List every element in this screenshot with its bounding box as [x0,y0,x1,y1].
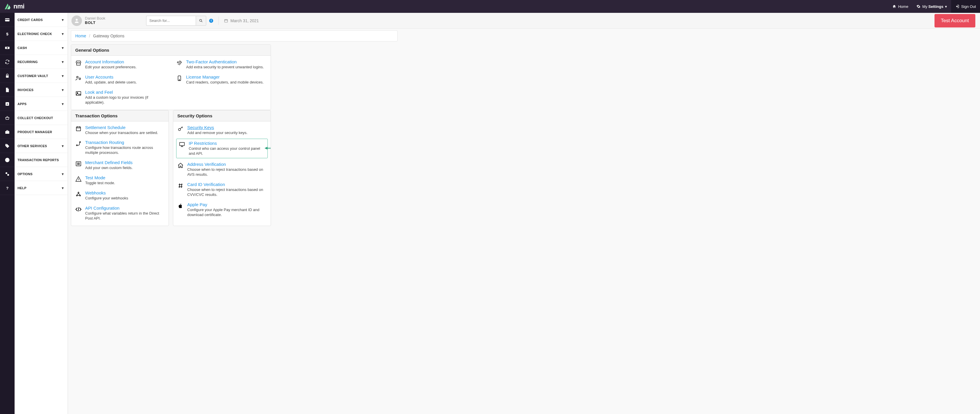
sidebar-item-vault[interactable]: CUSTOMER VAULT▾ [14,69,68,83]
option-title[interactable]: Address Verification [187,162,267,167]
sidebar-item-creditcards[interactable]: CREDIT CARDS▾ [14,13,68,27]
sidebar-item-options[interactable]: OPTIONS▾ [14,167,68,181]
rail-recurring[interactable] [0,55,14,69]
option-account-info[interactable]: Account InformationEdit your account pre… [74,58,167,71]
rail-otherservices[interactable] [0,139,14,153]
option-title[interactable]: IP Restrictions [189,141,266,146]
option-title[interactable]: Apple Pay [187,202,267,207]
option-apiconfig[interactable]: API ConfigurationConfigure what variable… [74,205,165,222]
pie-chart-icon [5,157,10,163]
option-desc: Control who can access your control pane… [189,146,266,156]
option-look-and-feel[interactable]: Look and FeelAdd a custom logo to your i… [74,88,167,106]
info-badge[interactable]: i [209,19,213,23]
option-title[interactable]: Merchant Defined Fields [85,160,165,165]
option-title[interactable]: API Configuration [85,206,165,211]
nav-home-label: Home [898,4,908,9]
chevron-down-icon: ▾ [945,4,947,9]
rail-invoices[interactable] [0,83,14,97]
nav-settings[interactable]: My Settings ▾ [912,0,951,13]
rail-vault[interactable] [0,69,14,83]
sidebar-item-invoices[interactable]: INVOICES▾ [14,83,68,97]
brand-logo[interactable]: nmi [3,2,24,11]
option-desc: Configure what variables return in the D… [85,211,165,221]
rail-checkout[interactable] [0,111,14,125]
option-title[interactable]: Security Keys [187,125,267,130]
dollar-icon: $ [5,31,10,37]
sidebar-item-recurring[interactable]: RECURRING▾ [14,55,68,69]
apps-icon: A [5,101,10,107]
sidebar-item-reports[interactable]: TRANSACTION REPORTS▾ [14,153,68,167]
sidebar-item-label: INVOICES [18,88,33,92]
svg-point-16 [77,76,78,78]
rail-help[interactable]: ? [0,181,14,195]
svg-text:?: ? [6,186,8,190]
sidebar-item-otherservices[interactable]: OTHER SERVICES▾ [14,139,68,153]
svg-text:$: $ [6,32,8,36]
avatar[interactable] [72,16,82,26]
option-settlement[interactable]: Settlement ScheduleChoose when your tran… [74,124,165,137]
panel-general-options: General Options Account InformationEdit … [71,45,271,110]
rail-options[interactable] [0,167,14,181]
search-icon [199,19,203,23]
home-icon [892,4,896,8]
option-2fa[interactable]: Two-Factor AuthenticationAdd extra secur… [175,58,268,71]
chevron-down-icon: ▾ [62,144,64,148]
sidebar-item-label: CUSTOMER VAULT [18,74,48,78]
sidebar-item-checkout[interactable]: COLLECT CHECKOUT▾ [14,111,68,125]
option-title[interactable]: Account Information [85,59,166,64]
briefcase-icon [5,129,10,134]
option-cvv[interactable]: Card ID VerificationChoose when to rejec… [176,181,268,198]
option-webhooks[interactable]: WebhooksConfigure your webhooks [74,189,165,202]
option-ip-restrictions[interactable]: IP RestrictionsControl who can access yo… [176,139,268,158]
sidebar-item-cash[interactable]: CASH▾ [14,41,68,55]
option-title[interactable]: Look and Feel [85,90,166,94]
option-routing[interactable]: Transaction RoutingConfigure how transac… [74,139,165,157]
sidebar-item-help[interactable]: HELP▾ [14,181,68,195]
rail-reports[interactable] [0,153,14,167]
credit-card-icon [5,17,10,22]
option-license[interactable]: License ManagerCard readers, computers, … [175,73,268,86]
rail-echeck[interactable]: $ [0,27,14,41]
option-title[interactable]: Two-Factor Authentication [186,59,267,64]
option-title[interactable]: Card ID Verification [187,182,267,187]
sidebar-item-apps[interactable]: APPS▾ [14,97,68,111]
option-mdf[interactable]: Merchant Defined FieldsAdd your own cust… [74,159,165,172]
option-avs[interactable]: Address VerificationChoose when to rejec… [176,161,268,178]
nav-signout[interactable]: Sign Out [951,0,980,13]
breadcrumb-home[interactable]: Home [75,34,86,38]
svg-point-17 [79,78,81,80]
option-desc: Configure your webhooks [85,196,165,201]
image-icon [75,90,82,97]
sidebar-item-echeck[interactable]: ELECTRONIC CHECK▾ [14,27,68,41]
rail-cash[interactable] [0,41,14,55]
document-icon [5,87,10,93]
user-name: Daniel Book [85,16,105,21]
monitor-icon [178,141,186,148]
option-title[interactable]: User Accounts [85,74,166,80]
nav-signout-label: Sign Out [961,4,976,9]
option-testmode[interactable]: Test ModeToggle test mode. [74,174,165,187]
option-security-keys[interactable]: Security KeysAdd and remove your securit… [176,124,268,137]
search-button[interactable] [196,16,206,26]
breadcrumb: Home / Gateway Options [71,30,398,42]
svg-point-23 [76,145,78,146]
option-applepay[interactable]: Apple PayConfigure your Apple Pay mercha… [176,201,268,219]
option-desc: Add extra security to prevent unwanted l… [186,65,267,70]
icon-rail: $ A ? [0,13,14,414]
callout-arrow [264,146,271,151]
option-title[interactable]: Test Mode [85,175,165,180]
option-title[interactable]: Transaction Routing [85,140,165,145]
rail-credit-cards[interactable] [0,13,14,27]
option-title[interactable]: License Manager [186,74,267,80]
rail-apps[interactable]: A [0,97,14,111]
test-account-button[interactable]: Test Account [934,14,975,27]
search-input[interactable] [146,16,196,26]
option-user-accounts[interactable]: User AccountsAdd, update, and delete use… [74,73,167,86]
option-title[interactable]: Settlement Schedule [85,125,165,130]
rail-product[interactable] [0,125,14,139]
sidebar-item-product[interactable]: PRODUCT MANAGER▾ [14,125,68,139]
svg-point-14 [199,19,202,21]
code-icon [75,206,82,213]
nav-home[interactable]: Home [888,0,912,13]
option-title[interactable]: Webhooks [85,190,165,195]
